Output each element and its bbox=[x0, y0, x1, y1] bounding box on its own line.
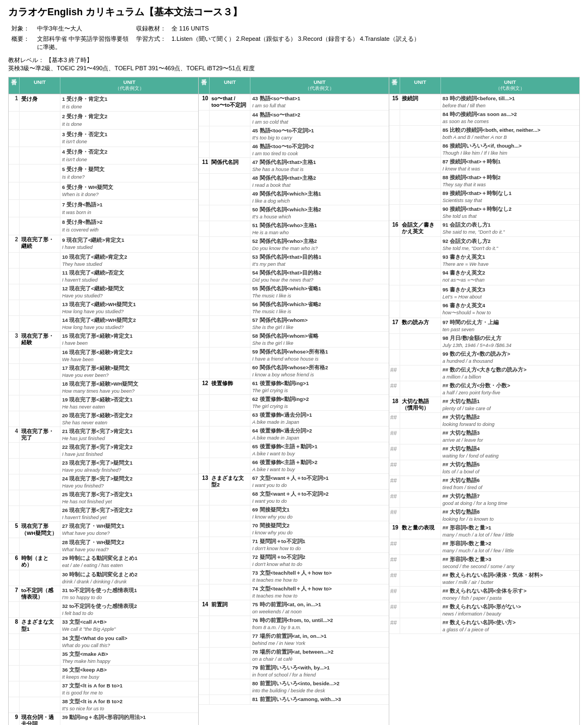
entry-row: 17 数の読み方 97 時間の伝え方・上編ten past seven bbox=[389, 318, 579, 334]
cat-section-18: 18 大切な熟語（慣用句） ## 大切な熟語1plenty of / take … bbox=[389, 397, 579, 524]
entry-row: 1 受け身 1 受け身・肯定文1It is done bbox=[9, 94, 198, 112]
entry-row: ## ## 大切な熟語5lots of / a bowl of bbox=[389, 460, 579, 476]
cat-section-16: 16 会話文／書きかえ英文 91 会話文の表し方1She said to me,… bbox=[389, 221, 579, 318]
entry-row: ## ## 大切な熟語8looking for / is known to bbox=[389, 508, 579, 523]
entry-row: 26 現在完了形<完了>否定文2I haven't finished yet bbox=[9, 506, 198, 522]
materials-value: 全 116 UNITS bbox=[169, 24, 579, 33]
entry-unit: 14 現在完了<継続>WH疑問文2How long have you studi… bbox=[60, 316, 198, 331]
entry-row: 30 時制による動詞変化まとめ2drink / drank / drinking… bbox=[9, 570, 198, 586]
col1-header: 番 UNIT UNIT（代表例文） bbox=[9, 77, 198, 94]
entry-row: 4 現在完了形・完了 21 現在完了形<完了>肯定文1He has just f… bbox=[9, 427, 198, 443]
cat-section-9: 9 現在分詞・過去分詞 39 動詞ing＋名詞<形容詞的用法>1 bbox=[9, 713, 198, 725]
cat-section-5: 5 現在完了形（WH疑問文） 27 現在完了・WH疑問文1What have y… bbox=[9, 522, 198, 554]
entry-row: 88 接続詞<that>＋時制2They say that it was bbox=[389, 173, 579, 189]
cat-section-1: 1 受け身 1 受け身・肯定文1It is done 2 受け身・肯定文2It … bbox=[9, 94, 198, 235]
entry-row: 99 数の伝え方<数の読み方>a hundred / a thousand bbox=[389, 350, 579, 365]
entry-row: 5 受け身・疑問文Is it done? bbox=[9, 165, 198, 182]
col2-header: 番 UNIT UNIT（代表例文） bbox=[199, 77, 388, 94]
target-value: 中学3年生〜大人 bbox=[35, 24, 133, 33]
entry-row: 23 現在完了形<完了>疑問文1Have you already finishe… bbox=[9, 459, 198, 474]
entry-row: 9 現在分詞・過去分詞 39 動詞ing＋名詞<形容詞的用法>1 bbox=[9, 713, 198, 725]
entry-row: 98 月日/数/金額の伝え方July 13th, 1946 / 5+4=9 /$… bbox=[389, 334, 579, 350]
entry-row: 32 to不定詞を使った感情表現2I felt bad to do bbox=[9, 602, 198, 618]
entry-row: 78 場所の前置詞<at, between...>2on a chair / a… bbox=[199, 648, 388, 663]
entry-unit: 7 受け身<熟語>1It was born in bbox=[60, 200, 198, 217]
entry-unit: 12 現在完了<継続>疑問文Have you studied? bbox=[60, 284, 198, 300]
entry-row: ## ## 数の伝え方<分数・小数>a half / zero point fo… bbox=[389, 381, 579, 397]
entry-row: 56 関係代名詞<which>省略2The music I like is bbox=[199, 300, 388, 316]
column-2: 番 UNIT UNIT（代表例文） 10 so〜that / too〜to不定詞… bbox=[199, 77, 389, 725]
cat-section-19: 19 数と量の表現 ## 形容詞<数と量>1many / much / a lo… bbox=[389, 523, 579, 634]
cat-section-12: 12 後置修飾 61 後置修飾<動詞ing>1The girl crying i… bbox=[199, 379, 388, 474]
method-label: 学習方式： bbox=[134, 34, 168, 52]
summary-value: 文部科学省 中学英語学習指導要領に準拠。 bbox=[35, 34, 133, 52]
entry-row: 38 文型<lt is A for B to>2It's so nice for… bbox=[9, 697, 198, 713]
target-label: 対象： bbox=[9, 24, 34, 33]
entry-row: 48 関係代名詞<that>主格2I read a book that bbox=[199, 174, 388, 190]
col3-header: 番 UNIT UNIT（代表例文） bbox=[389, 77, 579, 94]
entry-row: 69 間接疑問文1I know why you do bbox=[199, 505, 388, 521]
entry-unit: 8 受け身<熟語>2It is covered with bbox=[60, 217, 198, 234]
entry-row: 87 接続詞<that>＋時制1I knew that it was bbox=[389, 157, 579, 173]
entry-row: 89 接続詞<that>＋時制なし1Scientists say that bbox=[389, 189, 579, 205]
entry-row: 92 会話文の表し方2She told me, "Don't do it." bbox=[389, 237, 579, 253]
entry-row: 19 数と量の表現 ## 形容詞<数と量>1many / much / a lo… bbox=[389, 523, 579, 539]
entry-row: 18 大切な熟語（慣用句） ## 大切な熟語1plenty of / take … bbox=[389, 397, 579, 413]
entry-row: 55 関係代名詞<which>省略1The music I like is bbox=[199, 284, 388, 300]
entry-unit: 2 受け身・肯定文2It is done bbox=[60, 112, 198, 129]
column-3: 番 UNIT UNIT（代表例文） 15 接続詞 83 時の接続詞<before… bbox=[389, 77, 579, 725]
entry-row: 18 現在完了形<経験>WH疑問文How many times have you… bbox=[9, 380, 198, 395]
col1-num-header: 番 bbox=[9, 77, 20, 94]
entry-row: 13 現在完了<継続>WH疑問文1How long have you studi… bbox=[9, 300, 198, 316]
entry-row: ## ## 数の伝え方<大きな数の読み方>a million / a billi… bbox=[389, 365, 579, 381]
entry-row: 70 間接疑問文2I know why you do bbox=[199, 521, 388, 537]
entry-row: 60 関係代名詞<whose>所有格2I know a boy whose fr… bbox=[199, 363, 388, 379]
entry-row: 11 現在完了<継続>否定文I haven't studied bbox=[9, 269, 198, 284]
entry-row: ## ## 大切な熟語3arrive at / leave for bbox=[389, 429, 579, 444]
entry-cat: 受け身 bbox=[20, 94, 60, 111]
entry-row: 58 関係代名詞<whom>省略She is the girl I like bbox=[199, 332, 388, 348]
level-value: 【基本3 終了時】 bbox=[46, 57, 93, 63]
column-1: 番 UNIT UNIT（代表例文） 1 受け身 1 受け身・肯定文1It is … bbox=[9, 77, 199, 725]
cat-section-17: 17 数の読み方 97 時間の伝え方・上編ten past seven 98 月… bbox=[389, 318, 579, 397]
cat-section-10: 10 so〜that / too〜to不定詞 43 熟語<so〜that>1I … bbox=[199, 94, 388, 158]
entry-row: ## ## 大切な熟語2looking forward to doing bbox=[389, 413, 579, 429]
entry-row: 20 現在完了形<経験>否定文2She has never eaten bbox=[9, 411, 198, 427]
entry-row: ## ## 数えられない名詞<使い方>a glass of / a piece … bbox=[389, 618, 579, 634]
page-wrapper: カラオケEnglish カリキュラム【基本文法コース３】 対象： 中学3年生〜大… bbox=[0, 0, 588, 725]
entry-row: 93 書きかえ英文1There are = We have bbox=[389, 253, 579, 269]
entry-row: 6 時制（まとめ） 29 時制による動詞変化まとめ1eat / ate / ea… bbox=[9, 554, 198, 570]
entry-row: 36 文型<keep AB>It keeps me busy bbox=[9, 666, 198, 681]
entry-row: ## ## 数えられない名詞<形がない>news / information /… bbox=[389, 602, 579, 618]
entry-row: 53 関係代名詞<that>目的格1It's my pen that bbox=[199, 253, 388, 269]
entry-row: 7 受け身<熟語>1It was born in bbox=[9, 200, 198, 217]
entry-row: 2 現在完了形・継続 9 現在完了<継続>肯定文1I have studied bbox=[9, 235, 198, 253]
col1-unit-header: UNIT（代表例文） bbox=[60, 77, 198, 94]
entry-unit: 13 現在完了<継続>WH疑問文1How long have you studi… bbox=[60, 300, 198, 315]
entry-row: 66 後置修飾<主語＋動詞>2A bike I want to buy bbox=[199, 458, 388, 474]
entry-row: 13 さまざまな文型2 67 文型<want＋人＋to不定詞>1I want y… bbox=[199, 474, 388, 490]
main-content: 番 UNIT UNIT（代表例文） 1 受け身 1 受け身・肯定文1It is … bbox=[8, 77, 580, 725]
entry-row: 94 書きかえ英文2not as〜as =〜than bbox=[389, 269, 579, 285]
entry-row: 10 so〜that / too〜to不定詞 43 熟語<so〜that>1I … bbox=[199, 94, 388, 111]
entry-row: ## ## 大切な熟語6tired from / tired of bbox=[389, 476, 579, 492]
entry-unit: 4 受け身・否定文2It isn't done bbox=[60, 147, 198, 164]
summary-label: 概要： bbox=[9, 34, 34, 52]
entry-row: 45 熟語<too〜to不定詞>1It's too big to carry bbox=[199, 126, 388, 142]
entry-unit: 3 受け身・否定文1It isn't done bbox=[60, 130, 198, 147]
entry-unit: 6 受け身・WH疑問文When is it done? bbox=[60, 182, 198, 199]
cat-section-13: 13 さまざまな文型2 67 文型<want＋人＋to不定詞>1I want y… bbox=[199, 474, 388, 601]
entry-row: 90 接続詞<that>＋時制なし2She told us that bbox=[389, 205, 579, 221]
entry-row: ## ## 形容詞<数と量>2many / much / a lot of / … bbox=[389, 539, 579, 555]
cat-section-6: 6 時制（まとめ） 29 時制による動詞変化まとめ1eat / ate / ea… bbox=[9, 554, 198, 586]
page-title: カラオケEnglish カリキュラム【基本文法コース３】 bbox=[8, 5, 580, 19]
entry-row: 35 文型<make AB>They make him happy bbox=[9, 650, 198, 666]
cat-section-15: 15 接続詞 83 時の接続詞<before, till...>1before … bbox=[389, 94, 579, 221]
entry-row: 76 時の前置詞<from, to, until...>2from 8 a.m.… bbox=[199, 616, 388, 632]
entry-row: 8 さまざまな文型1 33 文型<call A+B>We call it "th… bbox=[9, 618, 198, 634]
cat-section-2: 2 現在完了形・継続 9 現在完了<継続>肯定文1I have studied … bbox=[9, 235, 198, 332]
entry-row: 63 後置修飾<過去分詞>1A bike made in Japan bbox=[199, 411, 388, 427]
entry-row: 12 後置修飾 61 後置修飾<動詞ing>1The girl crying i… bbox=[199, 379, 388, 395]
entry-row: 71 疑問詞＋to不定詞1I don't know how to do bbox=[199, 537, 388, 553]
entry-row: 14 前置詞 75 時の前置詞<at, on, in...>1on weeken… bbox=[199, 600, 388, 616]
